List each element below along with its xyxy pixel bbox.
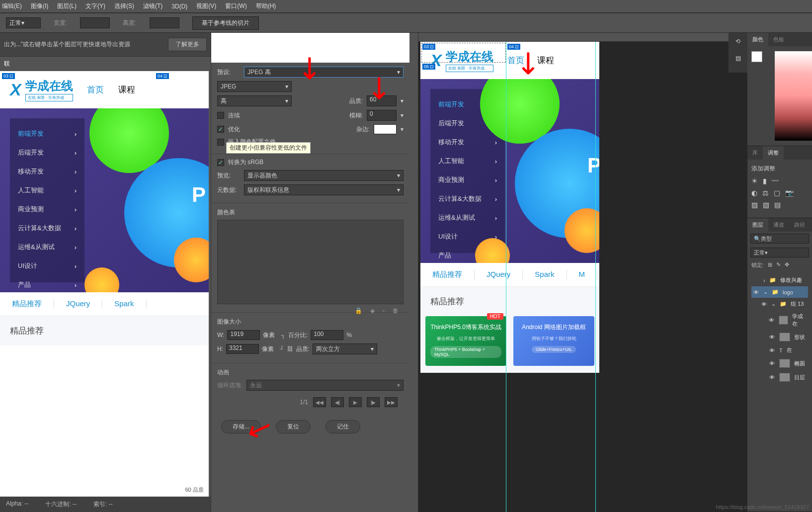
libraries-tab[interactable]: 库 (747, 146, 763, 160)
vertical-ruler (409, 33, 418, 512)
slice-badge[interactable]: 04⊡ (507, 44, 520, 50)
next-frame-button[interactable]: |▶ (367, 397, 380, 407)
side-item: 云计算&大数据 (10, 219, 84, 238)
adj-row3[interactable]: ▨▧▤ (751, 201, 808, 209)
color-ramp[interactable] (775, 51, 812, 141)
lock-paint-icon[interactable]: ✎ (776, 261, 781, 269)
save-for-web-panel: 预设: JPEG 高▾ JPEG▾ 高▾ 品质: 60▾ 连续 模糊: 0▾ ✓… (211, 33, 409, 512)
format-dropdown[interactable]: JPEG▾ (217, 81, 292, 92)
loop-dropdown[interactable]: 永远▾ (246, 380, 404, 391)
adjustments-tab[interactable]: 调整 (763, 146, 784, 160)
quality-label: 品质: (349, 97, 363, 105)
first-frame-button[interactable]: ◀◀ (313, 397, 326, 407)
remember-button[interactable]: 记住 (325, 420, 360, 433)
lock-pixels-icon[interactable]: ⊞ (768, 261, 772, 269)
percent-field[interactable]: 100 (311, 330, 343, 340)
save-button[interactable]: 存储... (221, 420, 261, 433)
prev-frame-button[interactable]: ◀| (331, 397, 344, 407)
invert-icon[interactable]: ▨ (751, 201, 758, 209)
blend-mode-select[interactable]: 正常 ▾ (750, 248, 809, 257)
blur-input[interactable]: 0 (367, 110, 397, 121)
side-item: 人工智能 (10, 181, 84, 200)
paths-tab[interactable]: 路径 (789, 218, 810, 232)
blend-mode-dropdown[interactable]: 正常▾ (6, 17, 41, 28)
progressive-checkbox[interactable] (217, 112, 224, 119)
color-table-box (217, 220, 404, 304)
camera-icon[interactable]: 📷 (785, 189, 794, 197)
quality-preset-dropdown[interactable]: 高▾ (217, 95, 292, 106)
layer-filter-dropdown[interactable]: 🔍 类型 (750, 234, 809, 244)
menu-help[interactable]: 帮助(H) (256, 2, 276, 10)
quality-input[interactable]: 60 (367, 95, 397, 106)
export-tip: 出为..."或右键单击某个图层可更快速地导出资源 了解更多 (0, 33, 211, 57)
embed-profile-checkbox[interactable] (217, 139, 224, 146)
color-tab[interactable]: 颜色 (747, 33, 768, 46)
link-icon[interactable]: ⛓ (287, 345, 293, 352)
resample-dropdown[interactable]: 两次立方▾ (313, 343, 377, 354)
balance-icon[interactable]: ⚖ (762, 189, 769, 197)
slice-from-guides-button[interactable]: 基于参考线的切片 (192, 16, 259, 30)
preset-label: 预设: (217, 68, 240, 77)
adj-row1[interactable]: ☀▮〰 (751, 177, 808, 185)
metadata-dropdown[interactable]: 版权和联系信息▾ (244, 184, 404, 195)
image-size-label: 图像大小 (217, 318, 241, 325)
watermark: https://blog.csdn.net/weixin_51415327 (716, 504, 809, 510)
width-field[interactable]: 1919 (227, 330, 260, 340)
quality-readout: 60 品质 (185, 486, 204, 494)
menu-edit[interactable]: 编辑(E) (2, 2, 22, 10)
pct-label: 百分比: (288, 331, 308, 340)
menu-window[interactable]: 窗口(W) (225, 2, 246, 10)
srgb-checkbox[interactable]: ✓ (217, 159, 224, 166)
swatches-tab[interactable]: 色板 (768, 33, 789, 46)
slice-badge: 03⊡ (2, 73, 15, 79)
width-input[interactable] (80, 17, 110, 28)
menu-3d[interactable]: 3D(D) (171, 3, 187, 10)
learn-more-button[interactable]: 了解更多 (168, 38, 207, 51)
lock-move-icon[interactable]: ✥ (785, 261, 789, 269)
layers-list[interactable]: ›📁修改兴趣 👁⌄📁logo 👁⌄📁组 13 👁学成在 👁形状 👁T在 👁椭圆 … (747, 271, 812, 512)
menu-filter[interactable]: 滤镜(T) (143, 2, 162, 10)
history-icon[interactable]: ⟲ (729, 33, 747, 50)
blur-label: 模糊: (349, 111, 363, 120)
reset-button[interactable]: 复位 (276, 420, 311, 433)
adj-row2[interactable]: ◐⚖▢📷 (751, 189, 808, 197)
slice-badge[interactable]: 05⊡ (422, 64, 435, 70)
status-bar: Alpha: -- 十六进制: -- 索引: -- (0, 497, 211, 512)
left-tab[interactable]: 联 (0, 57, 15, 71)
properties-icon[interactable]: ▤ (729, 50, 747, 67)
height-input[interactable] (150, 17, 179, 28)
index-readout: 索引: -- (93, 500, 113, 509)
menu-select[interactable]: 选择(S) (114, 2, 134, 10)
lock-label: 锁定: (751, 261, 764, 269)
visibility-toggle[interactable]: 👁 (752, 289, 759, 295)
tooltip: 创建更小但兼容性更低的文件 (226, 142, 311, 154)
curves-icon[interactable]: 〰 (772, 177, 779, 185)
last-frame-button[interactable]: ▶▶ (385, 397, 398, 407)
side-item: 运维&从测试 (10, 238, 84, 256)
loop-label: 循环选项: (217, 381, 243, 390)
levels-icon[interactable]: ▮ (763, 177, 767, 185)
preset-dropdown[interactable]: JPEG 高▾ (244, 67, 404, 78)
add-adjustment-label: 添加调整 (751, 165, 775, 172)
gradient-icon[interactable]: ▤ (774, 201, 781, 209)
menu-type[interactable]: 文字(Y) (85, 2, 105, 10)
channels-tab[interactable]: 通道 (768, 218, 789, 232)
bw-icon[interactable]: ◐ (751, 189, 757, 197)
menu-view[interactable]: 视图(V) (196, 2, 216, 10)
menu-layer[interactable]: 图层(L) (57, 2, 77, 10)
side-item: UI设计 (10, 256, 84, 275)
color-table-label: 颜色表 (217, 209, 235, 216)
photo-icon[interactable]: ▢ (774, 189, 780, 197)
foreground-swatch[interactable] (751, 51, 762, 62)
side-item: 移动开发 (10, 162, 84, 181)
optimized-checkbox[interactable]: ✓ (217, 126, 224, 133)
threshold-icon[interactable]: ▧ (763, 201, 769, 209)
brightness-icon[interactable]: ☀ (751, 177, 758, 185)
menu-image[interactable]: 图像(I) (31, 2, 48, 10)
layers-tab[interactable]: 图层 (747, 218, 768, 232)
height-field[interactable]: 3321 (226, 344, 259, 354)
matte-swatch[interactable] (374, 124, 397, 134)
preview-dropdown[interactable]: 显示器颜色▾ (244, 170, 404, 181)
w-unit: 像素 (263, 331, 278, 340)
play-button[interactable]: ▶ (349, 397, 362, 407)
